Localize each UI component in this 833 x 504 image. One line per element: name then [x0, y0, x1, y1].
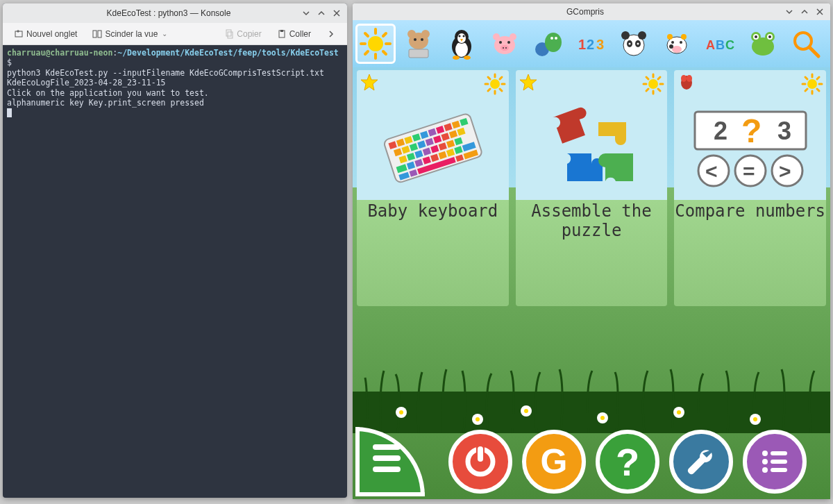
activity-assemble-puzzle[interactable]: Assemble the puzzle [516, 70, 668, 306]
gcompris-body: 123 ABC [353, 20, 830, 499]
cow-icon [660, 27, 693, 60]
abc-icon: ABC [703, 27, 737, 60]
terminal-output[interactable]: charruau@charruau-neon:~/Development/Kde… [3, 45, 347, 498]
svg-rect-7 [226, 30, 231, 36]
activities-row: Baby keyboard Assemb [357, 70, 826, 306]
svg-text:2: 2 [714, 117, 727, 145]
category-puzzle[interactable] [614, 24, 654, 64]
question-icon: ? [616, 439, 639, 485]
new-tab-button[interactable]: Nouvel onglet [8, 26, 83, 42]
category-science[interactable] [657, 24, 697, 64]
svg-point-74 [755, 35, 757, 38]
category-search[interactable] [786, 24, 826, 64]
overflow-button[interactable] [321, 26, 342, 42]
svg-line-86 [488, 89, 490, 91]
gc-maximize-icon[interactable] [800, 7, 809, 17]
svg-point-62 [672, 46, 682, 53]
gc-window-controls [784, 7, 825, 17]
svg-line-87 [500, 77, 502, 79]
svg-point-39 [510, 33, 516, 40]
settings-button[interactable] [669, 430, 733, 494]
new-tab-label: Nouvel onglet [26, 29, 77, 39]
frog-icon [746, 27, 780, 60]
svg-point-168 [524, 409, 528, 413]
svg-point-42 [505, 47, 507, 49]
category-computer[interactable] [398, 24, 439, 64]
grass-decoration [353, 350, 830, 433]
svg-point-41 [503, 47, 504, 49]
svg-point-38 [493, 33, 500, 40]
quit-button[interactable] [448, 430, 512, 494]
bug-icon [677, 73, 696, 92]
copy-icon [224, 29, 234, 39]
search-icon [789, 27, 823, 60]
chevron-down-icon: ⌄ [162, 30, 167, 37]
copy-label: Copier [237, 29, 261, 39]
svg-line-21 [383, 33, 386, 36]
split-view-button[interactable]: Scinder la vue ⌄ [87, 26, 173, 42]
close-icon[interactable] [332, 8, 342, 18]
svg-point-142 [687, 75, 692, 82]
minimize-icon[interactable] [301, 8, 311, 18]
activity-baby-keyboard[interactable]: Baby keyboard [357, 70, 509, 306]
svg-text:<: < [705, 160, 718, 183]
svg-text:C: C [725, 38, 734, 52]
123-icon: 123 [574, 27, 607, 60]
new-tab-icon [14, 29, 24, 39]
category-sun[interactable] [355, 24, 396, 64]
terminal-cursor [7, 108, 12, 117]
svg-line-84 [488, 77, 490, 79]
gc-minimize-icon[interactable] [784, 7, 794, 17]
svg-point-63 [671, 41, 674, 44]
svg-point-79 [490, 79, 500, 89]
sun-icon [642, 73, 664, 95]
konsole-titlebar: KdeEcoTest : python3 — Konsole [3, 3, 347, 23]
list-button[interactable] [743, 430, 807, 494]
activity-label: Assemble the puzzle [516, 202, 668, 240]
svg-point-131 [648, 79, 658, 89]
svg-point-47 [550, 37, 553, 40]
svg-line-85 [500, 89, 502, 91]
category-pig[interactable] [485, 24, 525, 64]
svg-point-172 [677, 410, 681, 414]
help-button[interactable]: ? [596, 430, 659, 494]
svg-rect-178 [478, 446, 483, 460]
category-reading[interactable]: ABC [700, 24, 740, 64]
maximize-icon[interactable] [317, 8, 326, 18]
sun-icon [484, 73, 506, 95]
category-strategy[interactable] [528, 24, 568, 64]
menu-button[interactable] [355, 427, 425, 496]
paste-label: Coller [289, 29, 311, 39]
svg-point-170 [600, 416, 605, 420]
svg-point-44 [507, 41, 510, 44]
svg-point-54 [638, 31, 646, 40]
hamburger-icon [373, 444, 401, 472]
svg-line-139 [658, 77, 660, 79]
compare-icon: 2 ? 3 < = > [684, 98, 816, 195]
category-fun[interactable] [743, 24, 783, 64]
svg-rect-6 [98, 31, 101, 37]
svg-point-23 [407, 30, 416, 38]
svg-point-26 [421, 38, 423, 41]
gc-close-icon[interactable] [815, 7, 825, 17]
category-penguin[interactable] [441, 24, 482, 64]
svg-line-136 [646, 77, 648, 79]
svg-text:B: B [716, 38, 725, 52]
list-icon [758, 445, 791, 478]
copy-button[interactable]: Copier [219, 26, 267, 42]
svg-point-36 [464, 56, 471, 60]
window-controls [301, 8, 342, 18]
category-numbers[interactable]: 123 [571, 24, 611, 64]
svg-point-48 [555, 37, 557, 40]
activity-compare-numbers[interactable]: 2 ? 3 < = > Compare numbers [674, 70, 826, 306]
svg-point-24 [421, 30, 430, 38]
svg-line-19 [383, 51, 386, 54]
svg-point-61 [681, 34, 687, 40]
svg-rect-180 [771, 451, 787, 455]
gcompris-titlebar: GCompris [353, 3, 830, 20]
about-button[interactable]: G [522, 430, 586, 494]
panda-icon [617, 27, 650, 60]
paste-button[interactable]: Coller [271, 26, 317, 42]
puzzle-icon [532, 98, 650, 195]
svg-point-183 [762, 467, 768, 473]
